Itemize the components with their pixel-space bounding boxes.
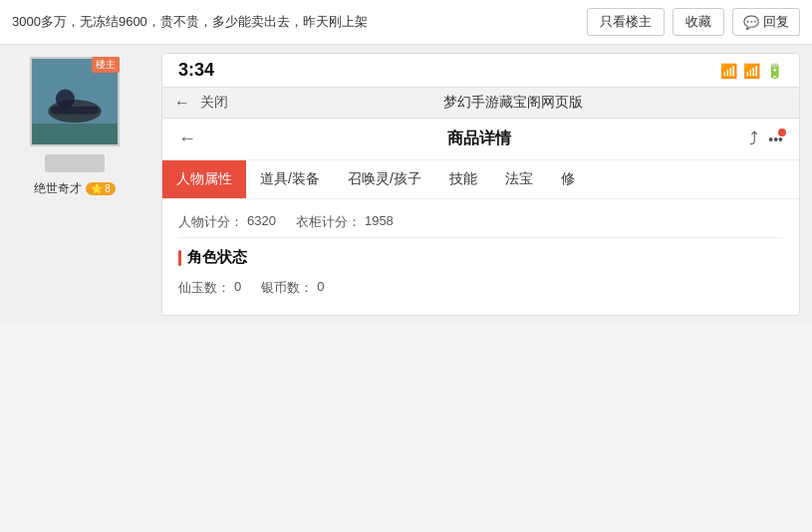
- section-title-text: 角色状态: [187, 248, 247, 267]
- stat-coin: 银币数： 0: [261, 279, 324, 297]
- post-title: 3000多万，无冻结9600，贵不贵，多少能卖出去，昨天刚上架: [12, 13, 579, 31]
- browser-back-button[interactable]: ←: [174, 94, 190, 112]
- reply-button[interactable]: 💬 回复: [732, 8, 800, 36]
- wifi-icon: 📶: [743, 63, 760, 79]
- stat-wardrobe-value: 1958: [365, 213, 394, 231]
- username-box: [45, 154, 105, 172]
- only-op-button[interactable]: 只看楼主: [587, 8, 665, 36]
- reply-label: 回复: [763, 13, 789, 31]
- phone-icons: 📶 📶 🔋: [720, 63, 783, 79]
- more-icon[interactable]: •••: [768, 132, 783, 147]
- level-icon: ⭐: [91, 183, 103, 194]
- collect-button[interactable]: 收藏: [673, 8, 724, 36]
- tab-treasure[interactable]: 法宝: [491, 160, 547, 198]
- tab-character-attributes[interactable]: 人物属性: [162, 160, 246, 198]
- stat-coin-label: 银币数：: [261, 279, 313, 297]
- svg-rect-4: [51, 107, 99, 115]
- page-actions: ⤴ •••: [749, 129, 783, 149]
- stat-row-top: 人物计分： 6320 衣柜计分： 1958: [178, 207, 783, 238]
- browser-bar: ← 关闭 梦幻手游藏宝阁网页版: [162, 87, 799, 119]
- main-content: 楼主 绝世奇才 ⭐ 8 3:34 📶 📶 🔋: [0, 45, 812, 324]
- phone-mockup: 3:34 📶 📶 🔋 ← 关闭 梦幻手游藏宝阁网页版 ← 商品详情 ⤴: [161, 53, 800, 316]
- battery-icon: 🔋: [766, 63, 783, 79]
- svg-point-3: [56, 90, 75, 109]
- stat-coin-value: 0: [317, 279, 324, 297]
- stat-jade-label: 仙玉数：: [178, 279, 230, 297]
- avatar-wrap: 楼主: [30, 57, 120, 146]
- phone-time: 3:34: [178, 60, 214, 81]
- phone-area: 3:34 📶 📶 🔋 ← 关闭 梦幻手游藏宝阁网页版 ← 商品详情 ⤴: [149, 45, 812, 324]
- page-back-button[interactable]: ←: [178, 129, 196, 149]
- stat-jade-value: 0: [234, 279, 241, 297]
- content-area: 人物计分： 6320 衣柜计分： 1958 角色状态: [162, 199, 799, 315]
- level-badge: ⭐ 8: [86, 182, 116, 195]
- stat-character-label: 人物计分：: [178, 213, 243, 231]
- reply-icon: 💬: [743, 15, 759, 30]
- tab-summons-children[interactable]: 召唤灵/孩子: [334, 160, 435, 198]
- stat-jade: 仙玉数： 0: [178, 279, 241, 297]
- page-header: ← 商品详情 ⤴ •••: [162, 119, 799, 160]
- tab-cultivation[interactable]: 修: [547, 160, 589, 198]
- section-title: 角色状态: [178, 248, 783, 267]
- tab-items-equipment[interactable]: 道具/装备: [246, 160, 334, 198]
- tab-bar: 人物属性 道具/装备 召唤灵/孩子 技能 法宝 修: [162, 160, 799, 199]
- user-info-row: 绝世奇才 ⭐ 8: [34, 180, 116, 197]
- browser-close-button[interactable]: 关闭: [200, 94, 228, 112]
- section-indicator: [178, 250, 181, 266]
- signal-icon: 📶: [720, 63, 737, 79]
- detail-row-currency: 仙玉数： 0 银币数： 0: [178, 275, 783, 301]
- role-status-section: 角色状态 仙玉数： 0 银币数： 0: [178, 238, 783, 307]
- stat-wardrobe-label: 衣柜计分：: [296, 213, 361, 231]
- stat-wardrobe-score: 衣柜计分： 1958: [296, 213, 394, 231]
- share-icon[interactable]: ⤴: [749, 129, 758, 149]
- level-value: 8: [105, 183, 111, 194]
- stat-character-value: 6320: [247, 213, 276, 231]
- page-title: 商品详情: [208, 129, 749, 149]
- svg-rect-1: [32, 124, 118, 144]
- left-sidebar: 楼主 绝世奇才 ⭐ 8: [0, 45, 149, 324]
- phone-status-bar: 3:34 📶 📶 🔋: [162, 54, 799, 87]
- browser-title: 梦幻手游藏宝阁网页版: [238, 94, 787, 112]
- tab-skills[interactable]: 技能: [435, 160, 491, 198]
- notification-dot: [778, 129, 786, 136]
- 楼主-badge: 楼主: [92, 57, 120, 73]
- stat-character-score: 人物计分： 6320: [178, 213, 276, 231]
- username-label: 绝世奇才: [34, 180, 82, 197]
- top-bar: 3000多万，无冻结9600，贵不贵，多少能卖出去，昨天刚上架 只看楼主 收藏 …: [0, 0, 812, 45]
